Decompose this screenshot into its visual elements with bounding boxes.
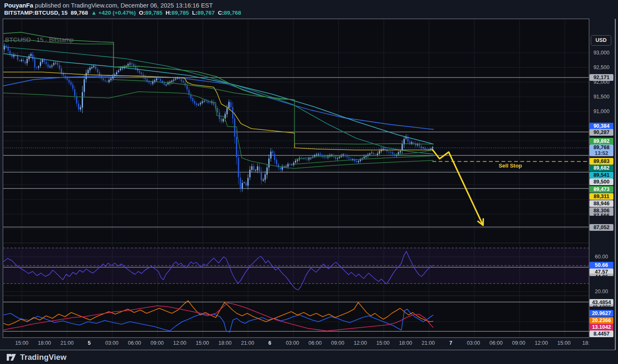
time-label: 18:00 bbox=[38, 340, 51, 346]
price-badge: 13.1042 bbox=[590, 324, 613, 330]
price-badge: 89,682 bbox=[590, 165, 613, 171]
time-label: 15:00 bbox=[557, 340, 570, 346]
candle-body bbox=[291, 165, 292, 165]
price-badge: 44.06 bbox=[590, 274, 613, 276]
candle-body bbox=[19, 60, 20, 61]
candle-body bbox=[398, 152, 399, 154]
time-label: 03:00 bbox=[286, 340, 299, 346]
symbol-ohlc-line: BITSTAMP:BTCUSD, 15 89,768 ▲ +420 (+0.47… bbox=[4, 9, 241, 16]
close-label: C: bbox=[218, 10, 224, 16]
candle-body bbox=[163, 83, 165, 85]
candle-body bbox=[411, 142, 412, 144]
candle-body bbox=[72, 85, 73, 89]
symbol-label: BITSTAMP:BTCUSD, 15 bbox=[4, 10, 67, 16]
header: PouyanFa published on TradingView.com, D… bbox=[4, 2, 241, 16]
price-scale[interactable]: 93,00092,50092,00091,50091,00060.0020.00… bbox=[590, 19, 615, 338]
candle-body bbox=[388, 152, 390, 152]
open-label: O: bbox=[139, 10, 145, 16]
author-name: PouyanFa bbox=[4, 2, 33, 9]
candle-body bbox=[26, 59, 28, 63]
time-label: 06:00 bbox=[128, 340, 141, 346]
candle-body bbox=[40, 62, 41, 66]
candle-body bbox=[234, 119, 235, 137]
candle-body bbox=[36, 68, 37, 68]
candle-body bbox=[430, 149, 432, 150]
currency-toggle-button[interactable]: USD bbox=[591, 35, 611, 46]
candle-body bbox=[251, 166, 252, 170]
candle-body bbox=[42, 59, 43, 62]
candle-body bbox=[173, 80, 174, 80]
price-badge: 89,500 bbox=[590, 178, 613, 185]
candle-body bbox=[272, 151, 273, 153]
candle-body bbox=[417, 144, 418, 145]
candle-body bbox=[364, 157, 365, 158]
candle-body bbox=[365, 156, 367, 157]
symbol-watermark: BTCUSD · 15 · Bitstamp bbox=[5, 36, 73, 43]
candle-body bbox=[190, 95, 191, 98]
candle-body bbox=[259, 166, 260, 171]
candle-body bbox=[116, 72, 117, 75]
candle-body bbox=[276, 160, 277, 164]
candle-body bbox=[49, 67, 51, 67]
last-price: 89,768 bbox=[71, 10, 88, 16]
candle-body bbox=[196, 103, 197, 105]
price-badge: 87,052 bbox=[590, 224, 613, 231]
candle-body bbox=[209, 102, 211, 103]
candle-body bbox=[198, 105, 199, 105]
candle-body bbox=[350, 159, 352, 159]
candle-body bbox=[427, 149, 428, 150]
candle-body bbox=[152, 82, 153, 84]
candle-body bbox=[356, 161, 357, 162]
time-label: 18:00 bbox=[218, 340, 231, 346]
candle-body bbox=[228, 102, 230, 108]
candle-body bbox=[264, 174, 266, 180]
candle-body bbox=[285, 166, 287, 167]
candle-body bbox=[80, 107, 81, 110]
time-label: 06:00 bbox=[489, 340, 502, 346]
candle-body bbox=[23, 59, 24, 61]
time-label: 09:00 bbox=[331, 340, 344, 346]
time-label: 09:00 bbox=[150, 340, 163, 346]
candle-body bbox=[30, 54, 31, 56]
publish-text: published on TradingView.com, December 0… bbox=[33, 2, 213, 9]
candle-body bbox=[21, 60, 22, 61]
high-value: 89,785 bbox=[172, 10, 189, 16]
candle-body bbox=[141, 72, 142, 74]
candle-body bbox=[266, 168, 268, 175]
time-label: 12:00 bbox=[535, 340, 548, 346]
candle-body bbox=[390, 152, 391, 153]
candle-body bbox=[51, 65, 52, 67]
candle-body bbox=[242, 183, 243, 188]
time-axis[interactable]: 15:0018:0021:00503:0006:0009:0012:0015:0… bbox=[0, 338, 589, 350]
candle-body bbox=[295, 161, 296, 163]
chart-canvas[interactable] bbox=[0, 0, 618, 350]
candle-body bbox=[156, 79, 157, 80]
candle-body bbox=[243, 182, 245, 183]
candle-body bbox=[25, 62, 26, 64]
time-label: 18:00 bbox=[399, 340, 412, 346]
price-badge: 87,566 bbox=[590, 212, 613, 216]
axis-tick: 92,500 bbox=[590, 64, 613, 71]
candle-body bbox=[61, 69, 62, 73]
candle-body bbox=[91, 67, 93, 68]
candle-body bbox=[268, 158, 269, 167]
price-badge: 20.2366 bbox=[590, 317, 613, 324]
candle-body bbox=[278, 165, 279, 168]
candle-body bbox=[127, 64, 129, 66]
candle-body bbox=[34, 59, 35, 67]
candle-body bbox=[184, 83, 186, 85]
time-label: 09:00 bbox=[512, 340, 525, 346]
candle-body bbox=[106, 81, 108, 82]
time-label: 18:0 bbox=[582, 340, 589, 346]
price-badge: 89,892 bbox=[590, 138, 613, 145]
time-label: 12:00 bbox=[354, 340, 367, 346]
tradingview-logo-icon[interactable] bbox=[6, 352, 17, 363]
candle-body bbox=[9, 51, 10, 54]
candle-body bbox=[270, 152, 272, 158]
candle-body bbox=[240, 178, 241, 188]
tradingview-logo-text[interactable]: TradingView bbox=[20, 353, 67, 362]
candle-body bbox=[331, 155, 332, 155]
candle-body bbox=[105, 80, 106, 81]
candle-body bbox=[263, 180, 264, 181]
candle-body bbox=[84, 79, 85, 92]
